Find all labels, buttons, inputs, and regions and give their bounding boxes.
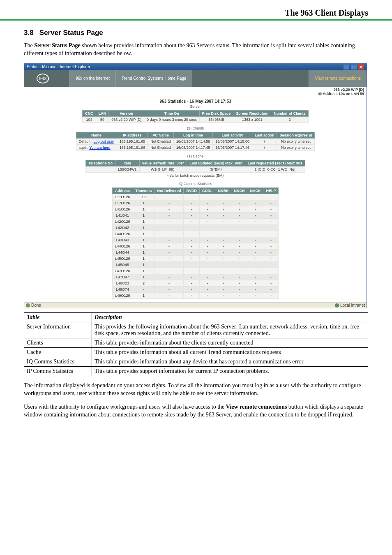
iq-td: - (247, 231, 263, 237)
iq-th: Not Delivered (154, 187, 184, 194)
iq-td: L48O74 (112, 286, 133, 292)
iq-td: - (215, 268, 231, 274)
section-number: 3.8 (24, 29, 34, 37)
iq-td: - (154, 218, 184, 224)
table-row: L41O411------- (112, 212, 279, 218)
iq-td: - (199, 261, 215, 268)
iq-td: - (154, 194, 184, 200)
intranet-icon (335, 303, 339, 308)
iq-td: - (247, 200, 263, 206)
iq-td: - (231, 255, 247, 261)
cache-td: L59O24W1 (115, 166, 140, 172)
iq-label: IQ Comms Statistics (24, 182, 367, 186)
client-link[interactable]: Log out user (94, 139, 114, 143)
table-row: CacheThis table provides information abo… (24, 348, 368, 357)
iq-th: NKCH (231, 187, 247, 194)
table-row: L41O1261------- (112, 206, 279, 212)
clients-td: 16/05/2007 14:15:00 (213, 138, 252, 144)
iq-td: L49O126 (112, 292, 133, 298)
client-link[interactable]: You are here (89, 146, 110, 150)
iq-th: CONL (199, 187, 215, 194)
iq-td: - (247, 243, 263, 249)
desc-name: IP Comms Statistics (24, 367, 92, 376)
iq-td: 1 (133, 218, 154, 224)
iq-td: - (247, 255, 263, 261)
iq-td: - (263, 200, 279, 206)
iq-td: - (247, 249, 263, 255)
ie-titlebar: Status - Microsoft Internet Explorer _ □… (24, 64, 367, 70)
iq-th: Address (112, 187, 133, 194)
status-right-text: Local intranet (340, 303, 365, 308)
iq-td: - (199, 212, 215, 218)
iq-td: - (199, 255, 215, 261)
link-center[interactable]: Trend Control Systems Home Page (115, 70, 192, 87)
iq-td: - (184, 261, 200, 268)
iq-td: - (154, 286, 184, 292)
cache-label: (1) Cache (24, 154, 367, 158)
section-title: Server Status Page (39, 29, 103, 37)
iq-td: L41O126 (112, 206, 133, 212)
iq-td: - (215, 194, 231, 200)
iq-td: 1 (133, 212, 154, 218)
cache-th: Telephone No (86, 160, 115, 166)
iq-td: - (199, 194, 215, 200)
iq-td: L42O126 (112, 218, 133, 224)
table-row: L47O1261------- (112, 268, 279, 274)
iq-td: - (199, 249, 215, 255)
table-row: L43O431------- (112, 237, 279, 243)
desc-name: Clients (24, 338, 92, 348)
iq-td: - (215, 237, 231, 243)
iq-td: - (184, 194, 200, 200)
iq-th: DVDD (184, 187, 200, 194)
server-th: Time On (144, 110, 200, 116)
page-header: The 963 Client Displays (0, 0, 392, 21)
ie-body: 963 96x on the internet Trend Control Sy… (24, 70, 367, 299)
iq-td: - (184, 218, 200, 224)
link-remote[interactable]: View remote connections (309, 70, 367, 87)
iq-td: - (231, 218, 247, 224)
clients-th: Name (76, 132, 117, 138)
iq-td: L45O126 (112, 255, 133, 261)
iq-td: - (154, 237, 184, 243)
desc-text: This table provides information about an… (92, 357, 368, 367)
iq-td: - (263, 255, 279, 261)
iq-td: - (247, 286, 263, 292)
iq-td: - (247, 224, 263, 231)
minimize-icon[interactable]: _ (344, 65, 349, 69)
iq-td: - (199, 231, 215, 237)
iq-td: - (263, 212, 279, 218)
iq-td: - (231, 243, 247, 249)
desc-text: This table provides information about th… (92, 338, 368, 348)
iq-td: - (215, 292, 231, 298)
iq-td: - (247, 280, 263, 286)
iq-td: - (199, 292, 215, 298)
maximize-icon[interactable]: □ (351, 65, 357, 69)
stats-title: 963 Statistics - 16 May 2007 14:17:53 (24, 97, 367, 104)
iq-td: 2 (133, 280, 154, 286)
iq-td: - (184, 224, 200, 231)
p2-pre: Users with the authority to configure wo… (24, 404, 226, 410)
iq-td: L17O126 (112, 200, 133, 206)
table-row: L17O1261------- (112, 200, 279, 206)
desc-h2: Description (92, 313, 368, 322)
iq-td: - (231, 280, 247, 286)
server-td: 2 (271, 116, 309, 123)
server-th: Version (109, 110, 144, 116)
iq-td: - (263, 231, 279, 237)
link-home[interactable]: 96x on the internet (69, 70, 115, 87)
iq-td: - (263, 237, 279, 243)
iq-td: - (154, 212, 184, 218)
iq-td: - (184, 200, 200, 206)
cache-td (86, 166, 115, 172)
done-icon (26, 303, 30, 308)
iq-td: - (199, 200, 215, 206)
clients-td: 16/05/2007 14:17:45 (173, 144, 213, 150)
iq-td: - (215, 249, 231, 255)
server-td: 35495MB (199, 116, 233, 123)
iq-td: 15 (133, 194, 154, 200)
iq-td: - (231, 231, 247, 237)
table-row: L47O471------- (112, 274, 279, 280)
iq-td: 1 (133, 292, 154, 298)
close-icon[interactable]: ✕ (358, 65, 364, 69)
clients-th: PC Name (148, 132, 174, 138)
